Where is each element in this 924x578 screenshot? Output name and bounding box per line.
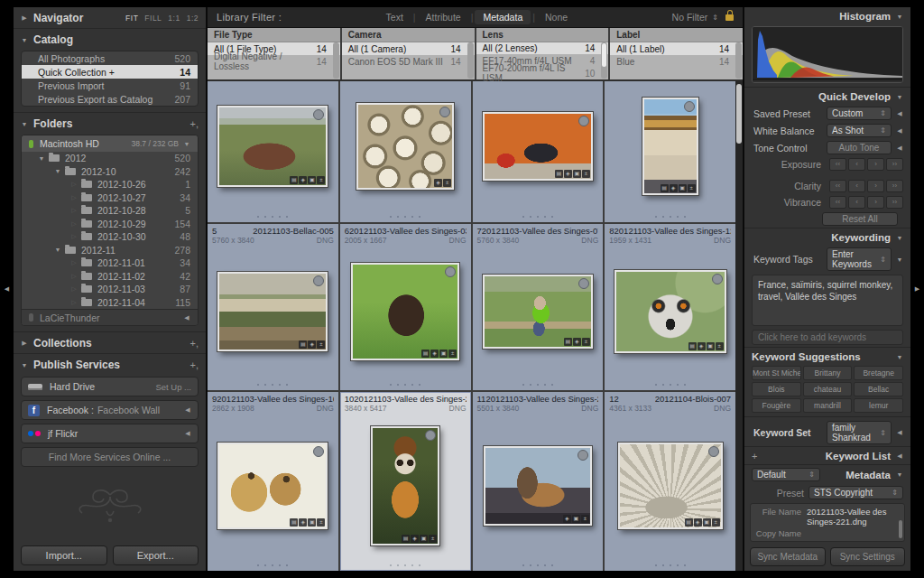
- quick-collection-badge-icon[interactable]: [684, 101, 695, 112]
- filter-tab-none[interactable]: None: [537, 10, 576, 24]
- develop-badge-icon[interactable]: [317, 518, 325, 527]
- filter-row[interactable]: Canon EOS 5D Mark III14: [342, 55, 475, 68]
- photo-thumbnail-lemur[interactable]: [614, 270, 726, 353]
- add-keyword-icon[interactable]: +: [752, 451, 757, 461]
- keyword-list-header[interactable]: + Keyword List: [744, 446, 910, 464]
- filter-row[interactable]: All (2 Lenses)14: [476, 42, 609, 55]
- zoom-fit-option[interactable]: FIT: [125, 14, 138, 23]
- develop-badge-icon[interactable]: [443, 179, 451, 187]
- clarity-decrease-button[interactable]: [848, 180, 865, 192]
- volume-collapse-icon[interactable]: [183, 141, 190, 147]
- collections-header[interactable]: Collections +,: [14, 331, 206, 353]
- filter-column-scrollbar[interactable]: [601, 42, 607, 79]
- crop-badge-icon[interactable]: [420, 535, 428, 543]
- catalog-item-all-photographs[interactable]: All Photographs520: [22, 51, 198, 65]
- gps-badge-icon[interactable]: [434, 179, 442, 187]
- publish-service-flickr[interactable]: jf Flickr: [21, 424, 199, 443]
- develop-badge-icon[interactable]: [317, 176, 325, 184]
- grid-cell-7[interactable]: 720121103-Vallee des Singes-075 5760 x 3…: [473, 224, 604, 390]
- panel-reset-arrow-icon[interactable]: [896, 127, 903, 135]
- exposure-decrease-large-button[interactable]: [829, 158, 846, 171]
- rating-dots[interactable]: [473, 559, 604, 571]
- gps-badge-icon[interactable]: [694, 518, 702, 527]
- quick-develop-header[interactable]: Quick Develop: [744, 87, 910, 105]
- keywords-text-area[interactable]: France, saïmiris, squirrel monkey, trave…: [752, 275, 903, 326]
- clarity-increase-button[interactable]: [867, 180, 884, 192]
- quick-collection-badge-icon[interactable]: [313, 446, 324, 457]
- filter-row[interactable]: All (1 Label)14: [610, 42, 743, 55]
- keyword-suggestion-button[interactable]: lemur: [854, 398, 903, 413]
- keyword-suggestion-button[interactable]: Fougère: [752, 398, 801, 413]
- keywording-options-icon[interactable]: [896, 256, 903, 263]
- quick-collection-badge-icon[interactable]: [578, 278, 589, 289]
- panel-reset-arrow-icon[interactable]: [896, 429, 903, 436]
- photo-thumbnail-chimpanzee[interactable]: [351, 263, 459, 360]
- gps-badge-icon[interactable]: [299, 518, 307, 527]
- panel-reset-arrow-icon[interactable]: [896, 110, 903, 117]
- exposure-increase-large-button[interactable]: [886, 158, 903, 171]
- keyword-suggestion-button[interactable]: Bellac: [854, 382, 903, 396]
- catalog-header[interactable]: Catalog: [14, 28, 206, 50]
- keyword-suggestion-button[interactable]: chateau: [803, 382, 853, 396]
- photo-thumbnail-ceramic-pots[interactable]: [356, 103, 454, 190]
- gps-badge-icon[interactable]: [670, 184, 678, 192]
- gps-badge-icon[interactable]: [430, 350, 439, 358]
- grid-cell-11[interactable]: 1120121103-Vallee des Singes-248 5501 x …: [473, 392, 604, 571]
- quick-collection-badge-icon[interactable]: [712, 274, 723, 284]
- grid-cell-1[interactable]: [208, 81, 338, 222]
- develop-badge-icon[interactable]: [582, 338, 590, 346]
- photo-thumbnail-squirrel-monkeys[interactable]: [217, 443, 328, 529]
- filter-lock-icon[interactable]: [725, 14, 734, 21]
- navigator-header[interactable]: Navigator FIT FILL 1:1 1:2: [14, 7, 206, 28]
- volume-macintosh-hd[interactable]: Macintosh HD 38.7 / 232 GB: [22, 135, 198, 152]
- quick-collection-badge-icon[interactable]: [313, 275, 324, 286]
- keywords-badge-icon[interactable]: [290, 518, 298, 527]
- gps-badge-icon[interactable]: [308, 340, 316, 349]
- gps-badge-icon[interactable]: [411, 535, 419, 543]
- keywording-header[interactable]: Keywording: [744, 228, 910, 246]
- collections-expand-icon[interactable]: [21, 340, 28, 347]
- keywords-badge-icon[interactable]: [685, 518, 693, 527]
- crop-badge-icon[interactable]: [308, 176, 316, 184]
- folder-row[interactable]: 2012-11-0387: [22, 283, 198, 296]
- rating-dots[interactable]: [605, 378, 735, 390]
- keywords-badge-icon[interactable]: [290, 176, 298, 184]
- quick-collection-badge-icon[interactable]: [578, 450, 588, 461]
- keyword-tags-mode-dropdown[interactable]: Enter Keywords⇕: [827, 247, 892, 271]
- quick-develop-collapse-icon[interactable]: [896, 94, 903, 100]
- catalog-item-previous-import[interactable]: Previous Import91: [22, 79, 198, 92]
- crop-badge-icon[interactable]: [439, 350, 448, 358]
- expand-service-icon[interactable]: [184, 406, 191, 414]
- photo-thumbnail-green-jacket[interactable]: [483, 275, 593, 349]
- clarity-decrease-large-button[interactable]: [829, 180, 846, 192]
- filter-column-header[interactable]: File Type: [208, 28, 340, 42]
- sync-settings-button[interactable]: Sync Settings: [830, 547, 906, 566]
- keywords-badge-icon[interactable]: [555, 170, 563, 178]
- zoom-1-1-option[interactable]: 1:1: [168, 14, 180, 23]
- catalog-item-quick-collection[interactable]: Quick Collection +14: [22, 65, 198, 79]
- quick-collection-badge-icon[interactable]: [439, 107, 450, 117]
- vibrance-increase-button[interactable]: [867, 196, 884, 209]
- histogram-collapse-icon[interactable]: [896, 14, 903, 20]
- filter-column-header[interactable]: Label: [610, 28, 743, 42]
- photo-thumbnail-squirrel-monkey-portrait[interactable]: [371, 426, 439, 545]
- catalog-item-previous-export[interactable]: Previous Export as Catalog207: [22, 92, 198, 106]
- filter-column-header[interactable]: Lens: [476, 28, 609, 42]
- keywords-badge-icon[interactable]: [564, 338, 572, 346]
- grid-cell-8[interactable]: 820121103-Vallee des Singes-128 1959 x 1…: [605, 224, 735, 390]
- publish-service-hard-drive[interactable]: Hard Drive Set Up ...: [21, 377, 199, 396]
- metadata-scrollbar[interactable]: [899, 520, 902, 538]
- rating-dots[interactable]: [340, 559, 471, 571]
- metadata-view-dropdown[interactable]: Default⇕: [752, 468, 820, 481]
- quick-collection-badge-icon[interactable]: [708, 446, 719, 457]
- develop-badge-icon[interactable]: [448, 350, 457, 358]
- find-more-services-button[interactable]: Find More Services Online ...: [21, 447, 199, 467]
- folder-row[interactable]: 2012-11-0242: [22, 270, 198, 284]
- exposure-increase-button[interactable]: [867, 158, 884, 171]
- histogram-display[interactable]: ISO 2000 200 mm f / 4.0 1/400 sec: [752, 26, 903, 83]
- zoom-1-2-option[interactable]: 1:2: [187, 14, 199, 23]
- gps-badge-icon[interactable]: [564, 170, 572, 178]
- photo-thumbnail-viaduct[interactable]: [217, 272, 328, 351]
- exposure-decrease-button[interactable]: [848, 158, 865, 171]
- expand-service-icon[interactable]: [184, 430, 191, 437]
